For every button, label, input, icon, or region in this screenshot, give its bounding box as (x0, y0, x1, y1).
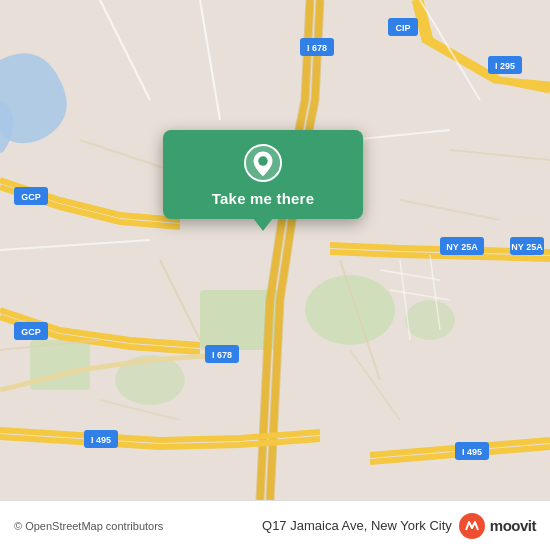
location-name: Q17 Jamaica Ave, New York City (262, 518, 452, 533)
svg-text:I 495: I 495 (91, 435, 111, 445)
svg-text:I 678: I 678 (212, 350, 232, 360)
map-container: I 678 I 678 I 678 I 295 NY 25A NY 25A GC… (0, 0, 550, 500)
svg-point-3 (405, 300, 455, 340)
copyright-text: © OpenStreetMap contributors (14, 520, 163, 532)
svg-text:I 295: I 295 (495, 61, 515, 71)
svg-text:GCP: GCP (21, 327, 41, 337)
svg-text:I 678: I 678 (307, 43, 327, 53)
popup-card[interactable]: Take me there (163, 130, 363, 219)
moovit-icon (458, 512, 486, 540)
svg-text:CIP: CIP (395, 23, 410, 33)
location-pin-icon (244, 144, 282, 182)
svg-point-2 (305, 275, 395, 345)
svg-text:I 495: I 495 (462, 447, 482, 457)
svg-text:NY 25A: NY 25A (511, 242, 543, 252)
location-info: Q17 Jamaica Ave, New York City moovit (262, 512, 536, 540)
bottom-bar: © OpenStreetMap contributors Q17 Jamaica… (0, 500, 550, 550)
svg-text:NY 25A: NY 25A (446, 242, 478, 252)
svg-text:GCP: GCP (21, 192, 41, 202)
map-background: I 678 I 678 I 678 I 295 NY 25A NY 25A GC… (0, 0, 550, 500)
popup-label: Take me there (212, 190, 314, 207)
moovit-logo: moovit (458, 512, 536, 540)
svg-point-47 (258, 156, 268, 166)
moovit-text: moovit (490, 517, 536, 534)
